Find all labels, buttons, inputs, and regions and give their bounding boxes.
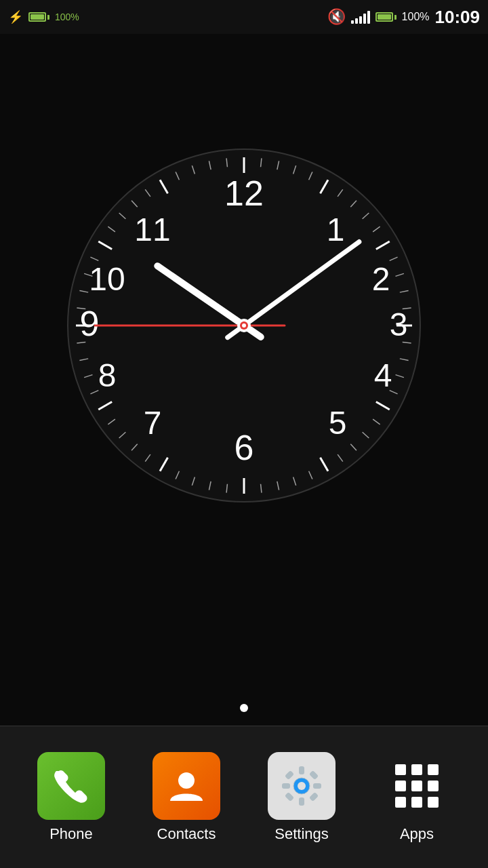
svg-rect-84 <box>282 783 290 789</box>
clock-widget[interactable]: 12 1 2 3 4 5 6 7 8 9 10 11 <box>61 142 427 509</box>
svg-point-78 <box>242 323 246 328</box>
usb-icon: ⚡ <box>8 9 23 24</box>
svg-rect-89 <box>309 791 319 801</box>
svg-rect-92 <box>428 764 439 775</box>
svg-rect-97 <box>411 797 422 808</box>
home-screen: 12 1 2 3 4 5 6 7 8 9 10 11 <box>0 34 488 868</box>
svg-text:1: 1 <box>327 212 345 248</box>
page-dot-active <box>240 704 248 712</box>
svg-point-81 <box>298 782 306 790</box>
svg-rect-95 <box>428 781 439 791</box>
contacts-label: Contacts <box>157 825 216 843</box>
svg-rect-96 <box>395 797 406 808</box>
apps-label: Apps <box>400 825 434 843</box>
apps-icon <box>390 759 444 813</box>
settings-label: Settings <box>274 825 329 843</box>
dock-settings[interactable]: Settings <box>268 752 336 843</box>
clock-svg: 12 1 2 3 4 5 6 7 8 9 10 11 <box>61 142 427 509</box>
contacts-icon <box>166 766 207 806</box>
dock: Phone Contacts <box>0 726 488 868</box>
svg-rect-94 <box>411 781 422 791</box>
svg-rect-98 <box>428 797 439 808</box>
svg-rect-82 <box>299 766 304 774</box>
battery-percent-main: 100% <box>402 11 430 23</box>
phone-icon <box>51 766 92 806</box>
svg-rect-85 <box>313 783 321 789</box>
page-indicator <box>240 704 248 712</box>
svg-text:8: 8 <box>98 357 117 393</box>
battery-percent-small: 100% <box>55 12 79 22</box>
svg-rect-83 <box>299 797 304 806</box>
status-bar: ⚡ 100% 🔇 100% 10:09 <box>0 0 488 34</box>
svg-text:12: 12 <box>224 174 264 213</box>
dock-apps[interactable]: Apps <box>383 752 451 843</box>
svg-rect-87 <box>309 770 319 779</box>
main-battery <box>375 12 396 22</box>
svg-point-79 <box>178 772 195 789</box>
svg-text:6: 6 <box>235 428 254 467</box>
small-battery <box>28 12 49 22</box>
svg-text:2: 2 <box>372 261 390 297</box>
svg-text:5: 5 <box>329 405 347 441</box>
status-left: ⚡ 100% <box>8 9 79 24</box>
signal-bars <box>351 10 370 24</box>
apps-icon-bg <box>383 752 451 820</box>
svg-rect-86 <box>285 770 294 779</box>
phone-label: Phone <box>49 825 93 843</box>
contacts-icon-bg <box>152 752 220 820</box>
svg-rect-91 <box>411 764 422 775</box>
svg-text:4: 4 <box>374 357 392 393</box>
svg-rect-93 <box>395 781 406 791</box>
settings-icon-bg <box>268 752 336 820</box>
svg-text:9: 9 <box>80 304 100 343</box>
dock-contacts[interactable]: Contacts <box>152 752 220 843</box>
svg-text:7: 7 <box>144 405 162 441</box>
svg-text:10: 10 <box>89 261 125 297</box>
settings-icon <box>278 762 325 810</box>
phone-icon-bg <box>37 752 105 820</box>
dock-phone[interactable]: Phone <box>37 752 105 843</box>
svg-rect-90 <box>395 764 406 775</box>
mute-icon: 🔇 <box>327 8 346 26</box>
svg-text:11: 11 <box>134 212 170 248</box>
clock-time: 10:09 <box>435 7 481 28</box>
svg-text:3: 3 <box>390 307 408 342</box>
status-right: 🔇 100% 10:09 <box>327 7 480 28</box>
svg-rect-88 <box>285 791 294 801</box>
